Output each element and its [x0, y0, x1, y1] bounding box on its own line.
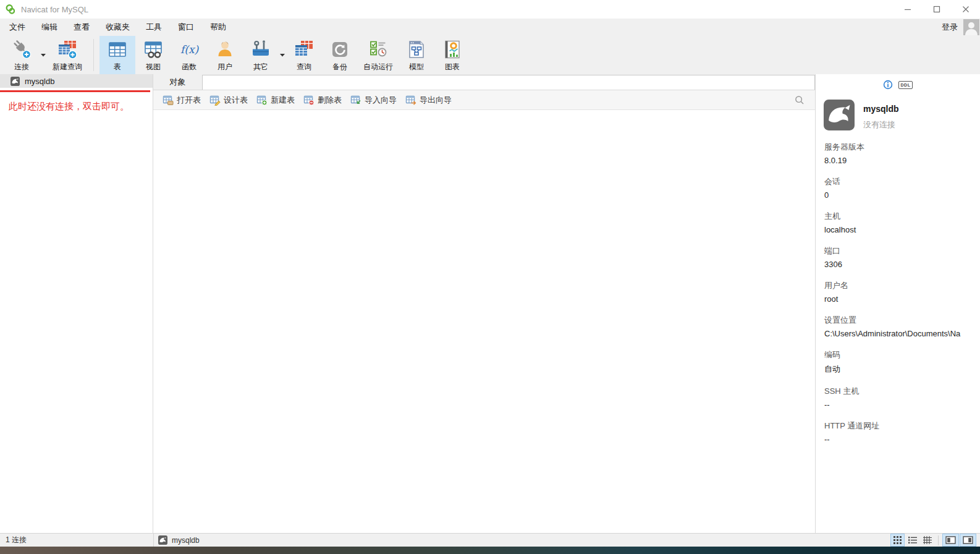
users-button[interactable]: 用户	[207, 36, 243, 74]
connections-sidebar: mysqldb 此时还没有连接，双击即可。	[0, 74, 153, 533]
views-button[interactable]: 视图	[135, 36, 171, 74]
main-area: 对象 打开表	[153, 74, 815, 533]
tables-icon	[107, 39, 128, 60]
grid-view-icon	[893, 536, 902, 544]
svg-text:f(x): f(x)	[180, 43, 200, 56]
menu-help[interactable]: 帮助	[202, 19, 234, 36]
field-value: root	[824, 294, 978, 304]
info-panel-tabs: DDL	[816, 78, 980, 92]
delete-table-icon	[303, 95, 315, 106]
mysql-dolphin-icon	[11, 77, 20, 86]
backup-button[interactable]: 备份	[322, 36, 358, 74]
search-button[interactable]	[794, 95, 805, 106]
menu-bar: 文件 编辑 查看 收藏夹 工具 窗口 帮助 登录	[0, 19, 980, 36]
charts-button[interactable]: 图表	[434, 36, 470, 74]
chevron-down-icon	[41, 53, 46, 57]
connect-label: 连接	[14, 62, 29, 72]
menu-tools[interactable]: 工具	[138, 19, 170, 36]
model-label: 模型	[409, 62, 424, 72]
detail-view-icon	[923, 536, 932, 544]
maximize-button[interactable]	[922, 0, 951, 19]
import-wizard-label: 导入向导	[365, 95, 397, 106]
mysql-dolphin-icon-large	[824, 100, 855, 130]
connection-summary: mysqldb 没有连接	[824, 100, 980, 130]
functions-button[interactable]: f(x) 函数	[171, 36, 207, 74]
tab-objects[interactable]: 对象	[153, 74, 202, 90]
export-wizard-button[interactable]: 导出向导	[401, 93, 456, 108]
grid-view-button[interactable]	[891, 534, 904, 546]
chevron-down-icon	[280, 53, 285, 57]
delete-table-label: 删除表	[318, 95, 342, 106]
login-button[interactable]: 登录	[942, 22, 958, 33]
title-bar: Navicat for MySQL	[0, 0, 980, 19]
menu-view[interactable]: 查看	[65, 19, 98, 36]
ddl-icon[interactable]: DDL	[898, 81, 913, 89]
automation-icon	[368, 39, 389, 60]
delete-table-button[interactable]: 删除表	[299, 93, 346, 108]
design-table-button[interactable]: 设计表	[205, 93, 252, 108]
charts-icon	[442, 39, 463, 60]
connection-name: mysqldb	[25, 77, 54, 86]
tables-button[interactable]: 表	[99, 36, 135, 74]
field-label: 用户名	[824, 280, 980, 291]
design-table-icon	[209, 95, 221, 106]
tables-label: 表	[114, 62, 121, 72]
connection-status: 没有连接	[863, 119, 899, 130]
others-button[interactable]: 其它	[243, 36, 279, 74]
connection-item-mysqldb[interactable]: mysqldb	[0, 74, 153, 88]
others-label: 其它	[253, 62, 268, 72]
model-button[interactable]: 模型	[399, 36, 434, 74]
field-value: 3306	[824, 260, 978, 269]
open-table-label: 打开表	[177, 95, 201, 106]
search-icon	[794, 95, 805, 106]
field-label: 服务器版本	[824, 142, 980, 153]
window-controls	[893, 0, 980, 19]
query-icon	[294, 39, 315, 60]
new-table-button[interactable]: 新建表	[252, 93, 299, 108]
right-panel-icon	[963, 536, 973, 544]
new-query-label: 新建查询	[53, 62, 82, 72]
toggle-left-panel-button[interactable]	[943, 534, 958, 546]
new-query-button[interactable]: 新建查询	[47, 36, 88, 74]
export-wizard-icon	[405, 95, 416, 106]
user-avatar[interactable]	[963, 19, 979, 35]
menu-file[interactable]: 文件	[1, 19, 33, 36]
statusbar-icon-separator	[938, 535, 939, 545]
list-view-button[interactable]	[906, 534, 919, 546]
tab-strip-empty	[202, 75, 815, 90]
connect-dropdown-caret[interactable]	[40, 36, 47, 74]
new-table-label: 新建表	[271, 95, 295, 106]
automation-button[interactable]: 自动运行	[358, 36, 399, 74]
field-label: 端口	[824, 245, 980, 257]
detail-view-button[interactable]	[921, 534, 934, 546]
window-title: Navicat for MySQL	[21, 5, 88, 14]
minimize-button[interactable]	[893, 0, 922, 19]
field-label: 编码	[824, 349, 980, 360]
navicat-window: Navicat for MySQL 文件 编辑 查看 收藏夹 工具 窗口 帮助 …	[0, 0, 980, 554]
field-label: 会话	[824, 176, 980, 187]
automation-label: 自动运行	[363, 62, 393, 72]
info-icon[interactable]	[883, 80, 893, 90]
annotation-text: 此时还没有连接，双击即可。	[9, 101, 153, 113]
toggle-right-panel-button[interactable]	[960, 534, 976, 546]
open-table-button[interactable]: 打开表	[158, 93, 205, 108]
left-panel-icon	[945, 536, 956, 544]
import-wizard-button[interactable]: 导入向导	[346, 93, 401, 108]
field-value: --	[824, 400, 978, 409]
menu-edit[interactable]: 编辑	[33, 19, 65, 36]
connection-title: mysqldb	[863, 104, 899, 114]
query-button[interactable]: 查询	[286, 36, 322, 74]
main-toolbar: 连接 新建查询 表	[0, 36, 980, 74]
field-label: HTTP 通道网址	[824, 420, 980, 432]
menu-favorites[interactable]: 收藏夹	[98, 19, 138, 36]
export-wizard-label: 导出向导	[420, 95, 452, 106]
body-region: mysqldb 此时还没有连接，双击即可。 对象 打开表	[0, 74, 980, 533]
new-query-icon	[57, 39, 78, 60]
view-toggles	[891, 534, 980, 547]
others-dropdown-caret[interactable]	[279, 36, 286, 74]
menu-window[interactable]: 窗口	[170, 19, 202, 36]
field-label: 设置位置	[824, 315, 980, 326]
close-button[interactable]	[951, 0, 980, 19]
model-icon	[406, 39, 427, 60]
connect-button[interactable]: 连接	[4, 36, 40, 74]
